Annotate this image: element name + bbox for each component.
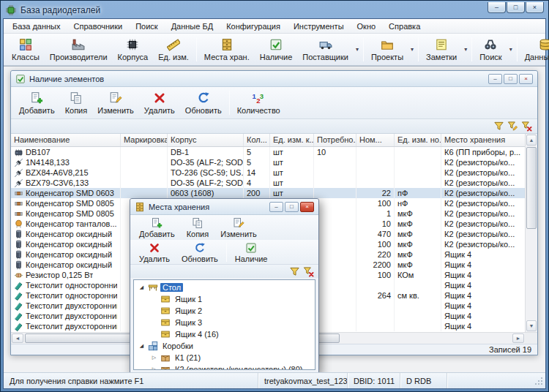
expand-icon[interactable]: ▷ xyxy=(150,366,158,370)
button-label: Копия xyxy=(65,106,88,115)
dialog-maximize-button[interactable]: □ xyxy=(285,202,299,212)
dropdown-arrow-icon[interactable]: ▾ xyxy=(507,35,515,64)
minimize-button[interactable]: – xyxy=(488,2,506,13)
dialog-close-button[interactable]: × xyxy=(300,202,314,212)
menu-item[interactable]: Конфигурация xyxy=(220,20,286,32)
column-header[interactable]: Потребно... xyxy=(314,134,356,146)
tree-item[interactable]: Ящик 1 xyxy=(134,293,315,305)
column-header[interactable]: Ном... xyxy=(356,134,395,146)
button-add[interactable]: Добавить xyxy=(133,216,181,240)
expand-icon[interactable]: ◢ xyxy=(138,343,146,349)
cell-nom: 100 xyxy=(356,239,395,249)
button-search[interactable]: Поиск xyxy=(474,35,507,64)
button-manufacturers[interactable]: Производители xyxy=(45,35,113,64)
child-close-button[interactable]: × xyxy=(519,74,533,84)
resize-grip-icon[interactable] xyxy=(534,376,543,385)
scroll-right-arrow[interactable]: ► xyxy=(512,333,524,343)
dropdown-arrow-icon[interactable]: ▾ xyxy=(354,35,361,64)
menu-item[interactable]: База данных xyxy=(7,20,67,32)
filterEdit-icon[interactable] xyxy=(507,121,518,132)
button-units[interactable]: Ед. изм. xyxy=(153,35,194,64)
button-availability[interactable]: Наличие xyxy=(229,241,274,264)
button-del[interactable]: Удалить xyxy=(133,241,176,264)
expand-icon[interactable]: ◢ xyxy=(138,284,146,290)
button-del[interactable]: Удалить xyxy=(139,88,180,117)
button-availability[interactable]: Наличие xyxy=(255,35,298,64)
filterClear-icon[interactable] xyxy=(521,121,532,132)
button-packages[interactable]: Корпуса xyxy=(113,35,154,64)
button-copy[interactable]: Копия xyxy=(181,216,215,240)
button-label: Обновить xyxy=(182,255,218,263)
status-db-filename-label: tretyakovmax_test_123.fdb xyxy=(264,377,348,385)
button-notes[interactable]: Заметки xyxy=(421,35,462,64)
menu-item[interactable]: Справка xyxy=(383,20,426,32)
vertical-scrollbar[interactable]: ▲ ▼ xyxy=(525,134,537,332)
menu-item[interactable]: Окно xyxy=(351,20,382,32)
button-edit[interactable]: Изменить xyxy=(214,216,263,240)
dropdown-arrow-icon[interactable]: ▾ xyxy=(408,35,416,64)
maximize-button[interactable]: □ xyxy=(507,2,525,13)
button-classes[interactable]: Классы xyxy=(7,35,45,64)
table-row[interactable]: DB107DB-15шт10К6 (ПП приборы, р... xyxy=(11,147,525,157)
pcb-icon xyxy=(14,322,23,331)
title-bar[interactable]: База радиодеталей – □ × xyxy=(1,1,548,18)
tree-item[interactable]: ◢Стол xyxy=(134,282,315,293)
tree-item-label: Стол xyxy=(160,283,183,292)
table-row[interactable]: BZX84-A6V8,215TO-236 (SC-59; US...14штК2… xyxy=(11,167,525,178)
tree-item[interactable]: Ящик 2 xyxy=(134,305,315,317)
menu-item[interactable]: Справочники xyxy=(68,20,129,32)
table-header-row: НаименованиеМаркировкаКорпусКол...Ед. из… xyxy=(11,134,525,147)
tree-item[interactable]: Ящик 3 xyxy=(134,317,315,328)
menubar: База данныхСправочникиПоискДанные БДКонф… xyxy=(4,19,545,34)
filter-icon[interactable] xyxy=(289,266,300,277)
capsmd-icon xyxy=(14,199,23,208)
button-quantity[interactable]: 123Количество xyxy=(232,88,285,117)
column-header[interactable]: Ед. изм. к... xyxy=(270,134,314,146)
part-name: Конденсатор SMD 0805 xyxy=(26,199,114,208)
scroll-down-arrow[interactable]: ▼ xyxy=(526,320,537,331)
column-header[interactable]: Ед. изм. но... xyxy=(395,134,441,146)
tree-item[interactable]: ▷К2 (резисторы/конденсаторы) (80) xyxy=(134,363,315,370)
table-row[interactable]: 1N4148,133DO-35 (ALF-2; SOD...5штК2 (рез… xyxy=(11,157,525,167)
column-header[interactable]: Корпус xyxy=(168,134,244,146)
close-button[interactable]: × xyxy=(526,2,544,13)
expand-icon[interactable]: ▷ xyxy=(150,355,158,361)
column-header[interactable]: Кол... xyxy=(244,134,270,146)
button-suppliers[interactable]: Поставщики xyxy=(297,35,354,64)
button-label: Данные БД xyxy=(525,53,549,61)
button-edit[interactable]: Изменить xyxy=(92,88,139,117)
table-row[interactable]: BZX79-C3V6,133DO-35 (ALF-2; SOD...4штК2 … xyxy=(11,178,525,188)
button-add[interactable]: Добавить xyxy=(14,88,60,117)
cell-need xyxy=(314,260,356,270)
menu-item[interactable]: Инструменты xyxy=(288,20,350,32)
cell-name: Конденсатор оксидный xyxy=(11,249,121,260)
tree-item[interactable]: ▷К1 (21) xyxy=(134,352,315,363)
column-header[interactable]: Наименование xyxy=(11,134,121,146)
table-row[interactable]: Конденсатор SMD 06030603 (1608)200шт22пФ… xyxy=(11,188,525,198)
child-title-bar[interactable]: Наличие элементов – □ × xyxy=(11,71,537,87)
dialog-minimize-button[interactable]: – xyxy=(269,202,283,212)
menu-item[interactable]: Поиск xyxy=(130,20,163,32)
button-copy[interactable]: Копия xyxy=(60,88,93,117)
button-refresh[interactable]: Обновить xyxy=(180,88,227,117)
vertical-scroll-thumb[interactable] xyxy=(526,147,537,229)
filterClear-icon[interactable] xyxy=(303,266,314,277)
button-refresh[interactable]: Обновить xyxy=(176,241,224,264)
scroll-up-arrow[interactable]: ▲ xyxy=(526,135,537,146)
child-minimize-button[interactable]: – xyxy=(488,74,502,84)
menu-item[interactable]: Данные БД xyxy=(165,20,219,32)
scroll-left-arrow[interactable]: ◄ xyxy=(12,333,23,343)
tree-item[interactable]: ◢Коробки xyxy=(134,340,315,352)
dialog-title-bar[interactable]: Места хранения – □ × xyxy=(130,199,318,215)
tree-item[interactable]: Ящик 4 (16) xyxy=(134,328,315,340)
button-storage[interactable]: Места хран. xyxy=(199,35,255,64)
horizontal-scroll-track[interactable] xyxy=(340,333,512,344)
button-database[interactable]: Данные БД xyxy=(520,35,549,64)
button-projects[interactable]: Проекты xyxy=(366,35,408,64)
column-header[interactable]: Маркировка xyxy=(121,134,168,146)
filter-icon[interactable] xyxy=(493,121,504,132)
column-header[interactable]: Место хранения xyxy=(441,134,525,146)
vertical-scroll-track[interactable] xyxy=(526,230,537,320)
dropdown-arrow-icon[interactable]: ▾ xyxy=(462,35,469,64)
child-restore-button[interactable]: □ xyxy=(504,74,518,84)
